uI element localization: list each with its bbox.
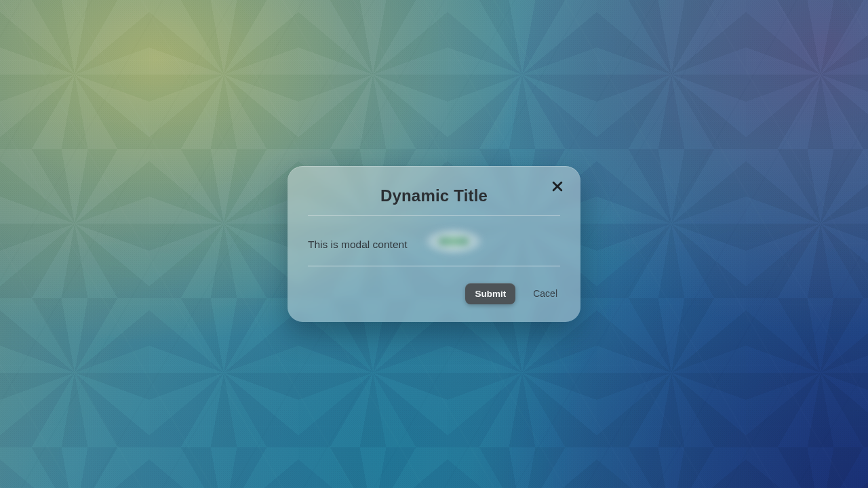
modal-footer: Submit Cacel: [308, 266, 560, 304]
close-button[interactable]: [548, 178, 567, 197]
modal-title: Dynamic Title: [308, 186, 560, 205]
modal-body: This is modal content: [308, 216, 560, 266]
submit-button[interactable]: Submit: [465, 283, 515, 304]
modal-dialog: Dynamic Title This is modal content Subm…: [288, 166, 580, 322]
modal-body-text: This is modal content: [308, 239, 407, 250]
modal-overlay: Dynamic Title This is modal content Subm…: [0, 0, 868, 488]
blurred-badge: [423, 228, 484, 255]
cancel-button[interactable]: Cacel: [530, 283, 560, 304]
close-icon: [551, 180, 564, 196]
